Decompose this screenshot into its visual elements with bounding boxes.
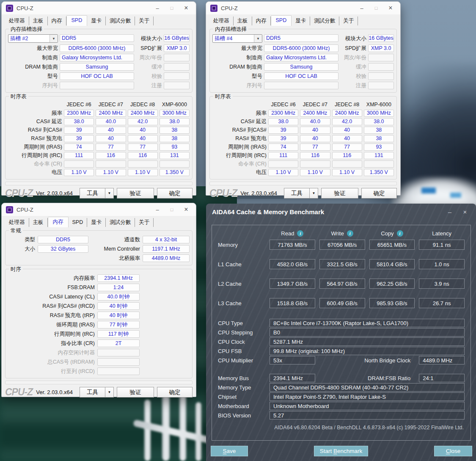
start-benchmark-button[interactable]: Start Benchmark — [314, 446, 368, 456]
trcd-label: RAS# 到CAS# — [212, 127, 267, 134]
tab-mainboard[interactable]: 主板 — [29, 17, 48, 25]
tab-about[interactable]: 关于 — [135, 218, 154, 227]
tab-bench[interactable]: 測試分數 — [310, 17, 339, 25]
slot-select-value: 插槽 #4 — [213, 35, 254, 42]
close-icon[interactable]: × — [179, 204, 193, 215]
row-label: Memory — [218, 242, 265, 248]
timing-cell — [160, 160, 190, 168]
status-strip — [5, 182, 193, 185]
ok-button[interactable]: 确定 — [157, 188, 193, 199]
timing-cell: 3000 MHz — [160, 110, 190, 117]
tools-button[interactable]: 工具 — [80, 188, 105, 199]
ok-button[interactable]: 确定 — [157, 387, 193, 398]
part-number-label: 型号 — [212, 73, 262, 80]
tools-dropdown-icon[interactable]: ▼ — [309, 188, 318, 199]
tab-bench[interactable]: 測試分數 — [106, 17, 135, 25]
window-title: AIDA64 Cache & Memory Benchmark — [212, 208, 442, 215]
tab-graphics[interactable]: 显卡 — [87, 218, 106, 227]
minimize-icon[interactable]: – — [442, 206, 457, 218]
tab-spd[interactable]: SPD — [69, 218, 88, 227]
maximize-icon[interactable]: □ — [165, 3, 179, 14]
titlebar[interactable]: CPU-Z – □ × — [206, 2, 400, 14]
tras-field: 77 时钟 — [97, 321, 140, 328]
slot-select[interactable]: 插槽 #2 ▼ — [8, 34, 58, 43]
tab-cpu[interactable]: 处理器 — [5, 17, 29, 25]
close-button[interactable]: Close — [434, 446, 472, 456]
titlebar[interactable]: AIDA64 Cache & Memory Benchmark – × — [206, 204, 476, 220]
tools-dropdown-icon[interactable]: ▼ — [105, 188, 114, 199]
tab-mainboard[interactable]: 主板 — [234, 17, 252, 25]
max-bandwidth-label: 最大带宽 — [212, 45, 262, 52]
minimize-icon[interactable]: – — [150, 3, 165, 14]
close-icon[interactable]: × — [383, 3, 398, 14]
type-field: DDR5 — [38, 236, 88, 243]
timing-cell: 77 — [128, 144, 158, 151]
timing-cell: 74 — [268, 144, 298, 151]
tab-mainboard[interactable]: 主板 — [29, 218, 48, 227]
tab-cpu[interactable]: 处理器 — [209, 17, 234, 25]
minimize-icon[interactable]: – — [150, 204, 165, 215]
tab-graphics[interactable]: 显卡 — [292, 17, 310, 25]
ok-button[interactable]: 确定 — [361, 188, 397, 199]
tab-spd[interactable]: SPD — [271, 15, 292, 26]
maximize-icon[interactable]: □ — [165, 204, 179, 215]
tab-memory[interactable]: 内存 — [48, 217, 69, 227]
tab-cpu[interactable]: 处理器 — [5, 218, 29, 227]
validate-button[interactable]: 验证 — [117, 188, 154, 199]
slot-select[interactable]: 插槽 #4 ▼ — [212, 34, 262, 43]
dram-freq-label: 内存频率 — [8, 275, 95, 282]
latency-value: 91.1 ns — [419, 240, 465, 250]
timing-cell: 1.10 V — [300, 169, 330, 176]
chevron-down-icon[interactable]: ▼ — [50, 35, 58, 42]
cpu-type-row: CPU Type 8C+8c Intel Core i7-13700K (Rap… — [218, 319, 465, 327]
motherboard-row: Motherboard Unknown Motherboard — [218, 402, 465, 410]
info-icon[interactable]: i — [397, 230, 403, 237]
tools-button[interactable]: 工具 — [284, 188, 309, 199]
tab-memory[interactable]: 内存 — [252, 17, 271, 25]
maximize-icon[interactable]: □ — [369, 3, 383, 14]
tab-bar: 处理器 主板 内存 SPD 显卡 測試分數 关于 — [5, 216, 193, 227]
northbridge-label: 北桥频率 — [91, 255, 140, 262]
timing-cell: 131 — [160, 152, 190, 159]
tab-bench[interactable]: 測試分數 — [106, 218, 135, 227]
timing-cell: 39 — [64, 135, 94, 142]
write-value: 600.49 GB/s — [319, 298, 365, 308]
save-button[interactable]: Save — [211, 446, 248, 456]
tab-memory[interactable]: 内存 — [48, 17, 66, 25]
chipset-value: Intel Raptor Point-S Z790, Intel Raptor … — [270, 392, 465, 401]
dram-freq-field: 2394.1 MHz — [97, 274, 140, 282]
week-year-label: 周次/年份 — [340, 54, 366, 61]
close-icon[interactable]: × — [457, 206, 473, 218]
registered-field — [368, 82, 394, 89]
info-icon[interactable]: i — [347, 230, 353, 237]
timing-cell: 40 — [332, 127, 362, 134]
benchmark-row-l1: L1 Cache 4582.0 GB/s 3321.5 GB/s 5810.4 … — [218, 259, 465, 269]
titlebar[interactable]: CPU-Z – □ × — [2, 203, 196, 216]
tab-about[interactable]: 关于 — [135, 17, 154, 25]
tab-about[interactable]: 关于 — [339, 17, 358, 25]
tab-spd[interactable]: SPD — [66, 15, 88, 26]
col-jedec8: JEDEC #8 — [128, 102, 158, 108]
row-col-label: 行至列 (tRCD) — [8, 368, 95, 375]
timing-cell: 42.0 — [128, 118, 158, 125]
north-bridge-clock-value: 4489.0 MHz — [419, 356, 465, 364]
info-icon[interactable]: i — [297, 230, 303, 237]
cpu-fsb-value: 99.8 MHz (original: 100 MHz) — [270, 347, 465, 355]
minimize-icon[interactable]: – — [355, 3, 369, 14]
dram-manufacturer-field: Samsung — [264, 63, 338, 71]
col-jedec8: JEDEC #8 — [332, 102, 362, 108]
timing-cell: 111 — [64, 152, 94, 159]
validate-button[interactable]: 验证 — [117, 387, 154, 398]
timing-cell: 77 — [332, 144, 362, 151]
cpu-stepping-value: B0 — [270, 328, 465, 337]
buffered-label: 缓冲 — [136, 63, 162, 71]
validate-button[interactable]: 验证 — [321, 188, 358, 199]
cl-label: CAS# Latency (CL) — [8, 294, 95, 300]
tools-button[interactable]: 工具 — [80, 387, 105, 398]
timing-cell: 2400 MHz — [332, 110, 362, 117]
chevron-down-icon[interactable]: ▼ — [254, 35, 262, 42]
tools-dropdown-icon[interactable]: ▼ — [105, 387, 114, 398]
titlebar[interactable]: CPU-Z – □ × — [2, 2, 196, 14]
tab-graphics[interactable]: 显卡 — [87, 17, 106, 25]
close-icon[interactable]: × — [179, 3, 193, 14]
